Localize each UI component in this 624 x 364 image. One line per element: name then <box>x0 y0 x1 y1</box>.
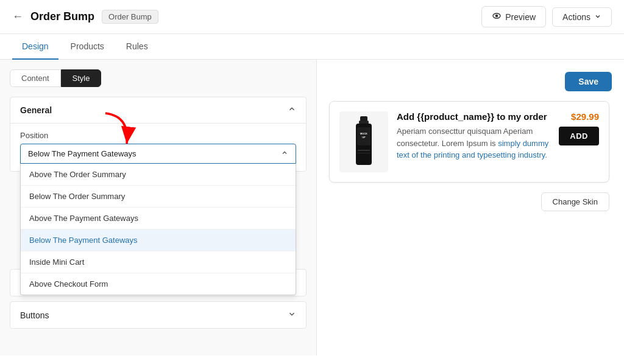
change-skin-row: Change Skin <box>329 192 609 211</box>
back-icon: ← <box>12 10 23 23</box>
dropdown-item-below-order-summary[interactable]: Below The Order Summary <box>21 186 296 208</box>
main: Content Style General Position <box>0 60 624 355</box>
product-bottle-svg: MUCK UP <box>352 116 376 168</box>
content-toggle-button[interactable]: Content <box>10 69 61 87</box>
dropdown-item-above-payment-gateways[interactable]: Above The Payment Gateways <box>21 208 296 229</box>
product-info: Add {{product_name}} to my order Aperiam… <box>397 111 550 161</box>
position-dropdown-container: Below The Payment Gateways Above The Ord… <box>20 144 296 164</box>
svg-rect-3 <box>360 116 367 121</box>
product-name: Add {{product_name}} to my order <box>397 111 550 122</box>
breadcrumb-badge: Order Bump <box>102 10 158 24</box>
position-label: Position <box>10 124 306 144</box>
dropdown-item-above-checkout-form[interactable]: Above Checkout Form <box>21 273 296 295</box>
product-card-preview: MUCK UP Add {{product_name}} to my order… <box>329 101 609 183</box>
buttons-header[interactable]: Buttons <box>10 302 306 328</box>
header-left: ← Order Bump Order Bump <box>12 10 158 24</box>
back-button[interactable]: ← <box>12 10 23 23</box>
product-image: MUCK UP <box>339 111 388 172</box>
chevron-up-icon <box>288 105 296 116</box>
chevron-up-icon <box>281 149 288 158</box>
product-price: $29.99 <box>571 111 599 122</box>
content-style-toggle: Content Style <box>10 69 307 87</box>
product-action-row: $29.99 ADD <box>559 111 599 145</box>
buttons-section: Buttons <box>10 301 307 329</box>
chevron-down-icon <box>594 12 601 22</box>
selected-option-text: Below The Payment Gateways <box>28 149 136 158</box>
header: ← Order Bump Order Bump Preview Actions <box>0 0 624 34</box>
general-section-header[interactable]: General <box>10 97 306 124</box>
svg-point-1 <box>496 15 498 16</box>
product-desc-highlight: simply dummy text of the printing and ty… <box>397 139 548 160</box>
eye-icon <box>492 11 502 23</box>
right-top-row: Save <box>329 72 612 91</box>
actions-label: Actions <box>562 12 590 22</box>
header-right: Preview Actions <box>481 6 612 27</box>
style-toggle-button[interactable]: Style <box>61 69 102 87</box>
svg-rect-9 <box>358 150 370 151</box>
add-to-order-button[interactable]: ADD <box>559 127 599 145</box>
general-section-title: General <box>20 105 52 115</box>
tabs: Design Products Rules <box>0 34 624 60</box>
tab-products[interactable]: Products <box>61 34 114 60</box>
svg-rect-10 <box>358 153 370 153</box>
dropdown-item-inside-mini-cart[interactable]: Inside Mini Cart <box>21 251 296 273</box>
dropdown-item-below-payment-gateways[interactable]: Below The Payment Gateways <box>21 229 296 251</box>
preview-button[interactable]: Preview <box>481 6 546 27</box>
chevron-down-icon-2 <box>288 310 296 320</box>
page-title: Order Bump <box>30 10 94 23</box>
tab-rules[interactable]: Rules <box>116 34 158 60</box>
left-panel: Content Style General Position <box>0 60 317 355</box>
save-button[interactable]: Save <box>565 72 612 91</box>
svg-text:MUCK: MUCK <box>360 132 367 135</box>
right-panel: Save MUCK UP Add {{product_name}} to my … <box>317 60 624 355</box>
position-dropdown-selected[interactable]: Below The Payment Gateways <box>20 144 296 164</box>
product-description: Aperiam consecttur quisquam Aperiam cons… <box>397 125 550 161</box>
change-skin-button[interactable]: Change Skin <box>541 192 609 211</box>
general-section: General Position <box>10 97 307 172</box>
dropdown-item-above-order-summary[interactable]: Above The Order Summary <box>21 164 296 186</box>
preview-label: Preview <box>505 12 536 22</box>
buttons-title: Buttons <box>20 310 49 320</box>
tab-design[interactable]: Design <box>12 34 58 60</box>
actions-button[interactable]: Actions <box>552 7 612 27</box>
position-dropdown-menu: Above The Order Summary Below The Order … <box>20 164 296 295</box>
svg-text:UP: UP <box>362 136 366 139</box>
